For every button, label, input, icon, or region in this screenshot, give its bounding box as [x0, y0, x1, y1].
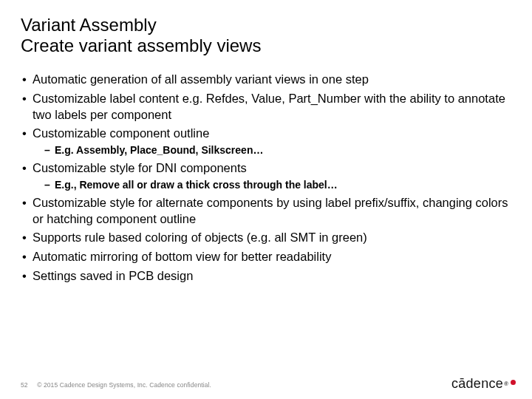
bullet-list: Automatic generation of all assembly var…	[21, 72, 511, 284]
bullet-item: Supports rule based coloring of objects …	[21, 230, 511, 246]
bullet-item: Customizable component outline E.g. Asse…	[21, 126, 511, 157]
slide: Variant Assembly Create variant assembly…	[0, 0, 532, 399]
bullet-item: Automatic generation of all assembly var…	[21, 72, 511, 88]
sub-bullet-item: E.g. Assembly, Place_Bound, Silkscreen…	[33, 143, 511, 157]
bullet-text: Customizable style for DNI components	[33, 161, 247, 174]
logo-text: cādence	[451, 376, 503, 392]
title-line-1: Variant Assembly	[21, 15, 157, 35]
sub-bullet-text: E.g., Remove all or draw a thick cross t…	[55, 179, 338, 191]
sub-bullet-item: E.g., Remove all or draw a thick cross t…	[33, 178, 511, 192]
page-number: 52	[21, 381, 28, 389]
logo-dot-icon	[511, 380, 516, 385]
bullet-item: Customizable style for DNI components E.…	[21, 160, 511, 192]
bullet-item: Customizable label content e.g. Refdes, …	[21, 91, 511, 123]
bullet-text: Automatic mirroring of bottom view for b…	[33, 250, 331, 263]
sub-bullet-list: E.g. Assembly, Place_Bound, Silkscreen…	[33, 143, 511, 157]
title-line-2: Create variant assembly views	[21, 35, 261, 55]
cadence-logo: cādence®	[451, 376, 516, 392]
bullet-item: Automatic mirroring of bottom view for b…	[21, 249, 511, 265]
sub-bullet-list: E.g., Remove all or draw a thick cross t…	[33, 178, 511, 192]
bullet-text: Customizable style for alternate compone…	[33, 196, 508, 225]
bullet-item: Customizable style for alternate compone…	[21, 195, 511, 228]
bullet-text: Automatic generation of all assembly var…	[33, 72, 369, 86]
slide-title: Variant Assembly Create variant assembly…	[21, 15, 511, 55]
bullet-text: Settings saved in PCB design	[33, 269, 193, 282]
copyright: © 2015 Cadence Design Systems, Inc. Cade…	[37, 381, 211, 389]
sub-bullet-text: E.g. Assembly, Place_Bound, Silkscreen…	[55, 144, 263, 156]
bullet-text: Customizable label content e.g. Refdes, …	[33, 92, 505, 121]
bullet-text: Customizable component outline	[33, 126, 209, 140]
footer: 52 © 2015 Cadence Design Systems, Inc. C…	[21, 381, 211, 389]
registered-mark: ®	[504, 381, 508, 387]
bullet-item: Settings saved in PCB design	[21, 268, 511, 284]
bullet-text: Supports rule based coloring of objects …	[33, 231, 367, 244]
